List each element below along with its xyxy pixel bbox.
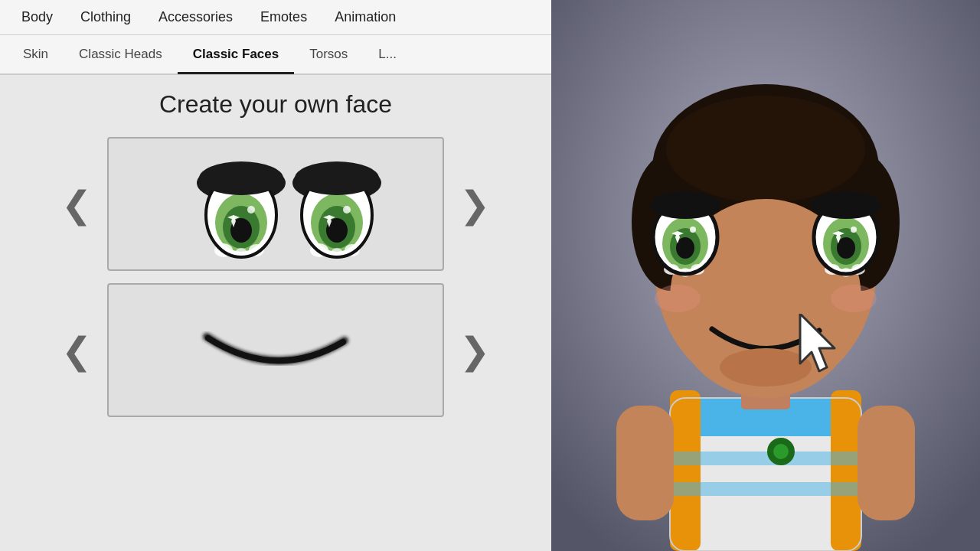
svg-point-59 [851, 227, 857, 233]
svg-point-47 [690, 227, 696, 233]
subnav-more[interactable]: L... [363, 36, 412, 73]
eyes-prev-button[interactable]: ❮ [54, 181, 100, 227]
nav-animation[interactable]: Animation [321, 0, 410, 34]
svg-rect-69 [858, 406, 915, 520]
svg-point-44 [676, 237, 694, 259]
svg-point-7 [247, 206, 255, 214]
svg-point-52 [650, 191, 720, 219]
character-svg [551, 0, 980, 551]
main-content: Create your own face ❮ [0, 75, 551, 551]
mouth-selector-row: ❮ ❯ [23, 283, 528, 417]
subnav-classic-faces[interactable]: Classic Faces [178, 36, 294, 73]
top-nav: Body Clothing Accessories Emotes Animati… [0, 0, 551, 35]
svg-point-56 [837, 237, 855, 259]
eyes-next-button[interactable]: ❯ [452, 181, 498, 227]
svg-point-65 [655, 285, 701, 312]
svg-point-67 [720, 348, 812, 386]
create-title: Create your own face [23, 90, 528, 119]
eyes-svg [153, 145, 398, 263]
svg-rect-32 [670, 482, 861, 496]
svg-point-12 [199, 161, 283, 195]
svg-point-25 [295, 161, 379, 195]
nav-accessories[interactable]: Accessories [145, 0, 247, 34]
svg-point-39 [666, 96, 865, 203]
character-display [551, 0, 980, 551]
left-panel: Body Clothing Accessories Emotes Animati… [0, 0, 551, 551]
sub-nav: Skin Classic Heads Classic Faces Torsos … [0, 35, 551, 75]
nav-clothing[interactable]: Clothing [67, 0, 145, 34]
eyes-selector-row: ❮ [23, 137, 528, 271]
subnav-torsos[interactable]: Torsos [294, 36, 363, 73]
svg-rect-68 [616, 406, 674, 520]
nav-body[interactable]: Body [8, 0, 67, 34]
svg-point-66 [831, 285, 877, 312]
mouth-svg [153, 291, 398, 409]
mouth-display-box [107, 283, 444, 417]
svg-point-71 [773, 444, 789, 459]
mouth-next-button[interactable]: ❯ [452, 328, 498, 373]
svg-point-20 [343, 206, 351, 214]
svg-rect-30 [831, 390, 861, 551]
nav-emotes[interactable]: Emotes [247, 0, 321, 34]
subnav-skin[interactable]: Skin [8, 36, 64, 73]
right-panel [551, 0, 980, 551]
eyes-display-box [107, 137, 444, 271]
svg-rect-31 [670, 452, 861, 465]
subnav-classic-heads[interactable]: Classic Heads [64, 36, 178, 73]
svg-point-64 [811, 191, 881, 219]
svg-rect-29 [670, 390, 701, 551]
mouth-prev-button[interactable]: ❮ [54, 328, 100, 373]
